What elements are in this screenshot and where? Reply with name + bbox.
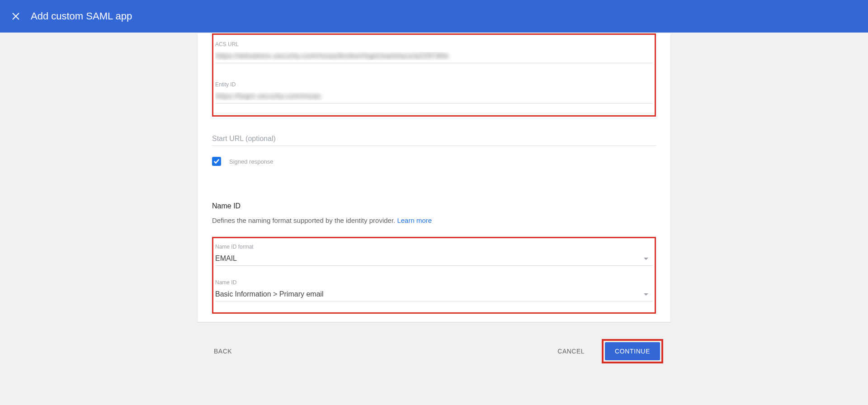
name-id-format-select[interactable]: EMAIL — [215, 253, 653, 266]
close-icon[interactable] — [11, 11, 21, 21]
learn-more-link[interactable]: Learn more — [397, 217, 432, 224]
field-name-id: Name ID Basic Information > Primary emai… — [215, 279, 653, 301]
dialog-title: Add custom SAML app — [31, 10, 132, 22]
name-id-label: Name ID — [215, 279, 653, 286]
chevron-down-icon — [644, 258, 648, 260]
name-id-select[interactable]: Basic Information > Primary email — [215, 288, 653, 301]
footer-actions: BACK CANCEL CONTINUE — [198, 322, 670, 381]
highlight-name-id: Name ID format EMAIL Name ID Basic Infor… — [212, 237, 656, 314]
back-button[interactable]: BACK — [212, 344, 234, 358]
name-id-heading: Name ID — [212, 202, 656, 210]
highlight-continue: CONTINUE — [602, 339, 663, 363]
chevron-down-icon — [644, 293, 648, 296]
dialog-header: Add custom SAML app — [0, 0, 868, 33]
name-id-format-value: EMAIL — [215, 254, 237, 263]
signed-response-checkbox[interactable] — [212, 157, 221, 166]
name-id-description: Defines the naming format supported by t… — [212, 217, 656, 224]
name-id-description-text: Defines the naming format supported by t… — [212, 217, 397, 224]
signed-response-row: Signed response — [212, 157, 656, 166]
highlight-sp-details: ACS URL Entity ID — [212, 33, 656, 117]
acs-url-input[interactable] — [215, 50, 653, 63]
entity-id-input[interactable] — [215, 90, 653, 104]
start-url-input[interactable] — [212, 133, 656, 146]
content-scroll[interactable]: ACS URL Entity ID Signed response Name I… — [0, 33, 868, 405]
field-name-id-format: Name ID format EMAIL — [215, 244, 653, 266]
acs-url-label: ACS URL — [215, 41, 653, 47]
field-acs-url: ACS URL — [215, 41, 653, 63]
field-entity-id: Entity ID — [215, 81, 653, 104]
name-id-format-label: Name ID format — [215, 244, 653, 250]
field-start-url — [212, 133, 656, 146]
signed-response-label: Signed response — [229, 158, 274, 165]
continue-button[interactable]: CONTINUE — [605, 342, 660, 360]
name-id-value: Basic Information > Primary email — [215, 290, 324, 298]
cancel-button[interactable]: CANCEL — [556, 344, 586, 358]
entity-id-label: Entity ID — [215, 81, 653, 88]
form-card: ACS URL Entity ID Signed response Name I… — [198, 33, 670, 322]
